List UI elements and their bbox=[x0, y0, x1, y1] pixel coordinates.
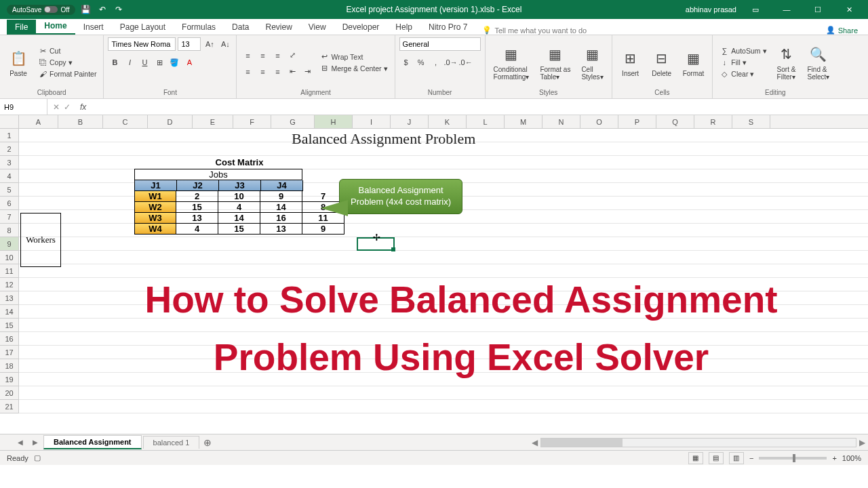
align-left-button[interactable]: ≡ bbox=[241, 65, 254, 79]
matrix-cell[interactable]: 9 bbox=[302, 224, 344, 235]
tab-view[interactable]: View bbox=[300, 20, 334, 35]
row-header[interactable]: 14 bbox=[0, 305, 18, 319]
col-Q[interactable]: Q bbox=[656, 115, 694, 128]
horizontal-scrollbar[interactable]: ◀ ▶ bbox=[529, 437, 868, 448]
zoom-slider[interactable] bbox=[759, 457, 827, 460]
job-header[interactable]: J3 bbox=[219, 180, 261, 191]
job-header[interactable]: J4 bbox=[261, 180, 303, 191]
undo-icon[interactable]: ↶ bbox=[97, 4, 108, 15]
tab-page-layout[interactable]: Page Layout bbox=[112, 20, 174, 35]
align-bottom-button[interactable]: ≡ bbox=[271, 49, 284, 62]
ribbon-collapse-icon[interactable]: ▭ bbox=[743, 1, 768, 18]
job-header[interactable]: J2 bbox=[177, 180, 219, 191]
autosum-button[interactable]: ∑AutoSum▾ bbox=[717, 45, 769, 56]
cancel-formula-icon[interactable]: ✕ bbox=[53, 102, 60, 112]
matrix-cell[interactable]: 4 bbox=[218, 202, 260, 213]
format-cells-button[interactable]: ▦Format bbox=[679, 47, 709, 79]
sheet-nav-next-icon[interactable]: ▶ bbox=[28, 439, 42, 446]
comma-button[interactable]: , bbox=[429, 56, 443, 69]
minimize-icon[interactable]: ― bbox=[774, 1, 799, 18]
font-color-button[interactable]: A bbox=[182, 56, 196, 69]
col-I[interactable]: I bbox=[353, 115, 391, 128]
underline-button[interactable]: U bbox=[138, 56, 151, 69]
matrix-cell[interactable]: 13 bbox=[176, 213, 218, 224]
col-E[interactable]: E bbox=[193, 115, 233, 128]
fx-icon[interactable]: fx bbox=[76, 102, 90, 112]
new-sheet-button[interactable]: ⊕ bbox=[201, 437, 214, 448]
tab-home[interactable]: Home bbox=[36, 18, 75, 35]
formula-input[interactable] bbox=[90, 99, 868, 115]
page-break-view-button[interactable]: ▥ bbox=[729, 452, 744, 464]
share-button[interactable]: 👤 Share bbox=[826, 26, 858, 35]
matrix-cell[interactable]: 10 bbox=[218, 191, 260, 202]
row-header[interactable]: 5 bbox=[0, 183, 18, 197]
tab-review[interactable]: Review bbox=[257, 20, 300, 35]
tab-data[interactable]: Data bbox=[224, 20, 257, 35]
row-header[interactable]: 10 bbox=[0, 251, 18, 264]
autosave-toggle[interactable]: AutoSave Off bbox=[7, 5, 75, 15]
col-K[interactable]: K bbox=[429, 115, 467, 128]
col-N[interactable]: N bbox=[542, 115, 580, 128]
worker-header[interactable]: W4 bbox=[134, 224, 176, 235]
row-header[interactable]: 15 bbox=[0, 319, 18, 332]
zoom-in-button[interactable]: + bbox=[832, 454, 836, 462]
col-O[interactable]: O bbox=[580, 115, 618, 128]
name-box[interactable]: H9 bbox=[0, 99, 47, 115]
col-L[interactable]: L bbox=[467, 115, 505, 128]
worker-header[interactable]: W3 bbox=[134, 213, 176, 224]
sheet-tab[interactable]: balanced 1 bbox=[143, 436, 200, 449]
col-P[interactable]: P bbox=[618, 115, 656, 128]
user-name[interactable]: abhinav prasad bbox=[686, 5, 736, 14]
row-header[interactable]: 18 bbox=[0, 359, 18, 373]
col-H[interactable]: H bbox=[315, 115, 353, 128]
format-as-table-button[interactable]: ▦Format asTable▾ bbox=[536, 43, 574, 82]
merge-center-button[interactable]: ⊟Merge & Center▾ bbox=[317, 63, 390, 74]
row-header[interactable]: 19 bbox=[0, 373, 18, 386]
row-header[interactable]: 3 bbox=[0, 156, 18, 169]
delete-cells-button[interactable]: ⊟Delete bbox=[648, 47, 676, 79]
decrease-indent-button[interactable]: ⇤ bbox=[285, 65, 299, 79]
tab-insert[interactable]: Insert bbox=[75, 20, 112, 35]
col-J[interactable]: J bbox=[391, 115, 429, 128]
clear-button[interactable]: ◇Clear▾ bbox=[717, 68, 769, 79]
font-size-combo[interactable]: 13 bbox=[178, 37, 201, 51]
tell-me-search[interactable]: 💡 Tell me what you want to do bbox=[482, 26, 587, 35]
worker-header[interactable]: W1 bbox=[134, 191, 176, 202]
row-header[interactable]: 8 bbox=[0, 224, 18, 237]
currency-button[interactable]: $ bbox=[399, 56, 413, 69]
maximize-icon[interactable]: ☐ bbox=[806, 1, 830, 18]
row-header[interactable]: 9 bbox=[0, 237, 18, 251]
callout-shape[interactable]: Balanced Assignment Problem (4x4 cost ma… bbox=[339, 179, 462, 214]
accept-formula-icon[interactable]: ✓ bbox=[64, 102, 71, 112]
fill-button[interactable]: ↓Fill▾ bbox=[717, 57, 769, 68]
matrix-cell[interactable]: 14 bbox=[260, 202, 302, 213]
row-header[interactable]: 13 bbox=[0, 291, 18, 305]
row-header[interactable]: 12 bbox=[0, 278, 18, 291]
matrix-cell[interactable]: 16 bbox=[260, 213, 302, 224]
col-S[interactable]: S bbox=[732, 115, 770, 128]
sheet-nav-prev-icon[interactable]: ◀ bbox=[14, 439, 27, 446]
decrease-decimal-button[interactable]: .0← bbox=[459, 56, 473, 69]
border-button[interactable]: ⊞ bbox=[153, 56, 166, 69]
tab-help[interactable]: Help bbox=[387, 20, 420, 35]
macro-record-icon[interactable]: ▢ bbox=[34, 453, 41, 462]
sheet-tab-active[interactable]: Balanced Assignment bbox=[43, 435, 142, 449]
matrix-cell[interactable]: 14 bbox=[218, 213, 260, 224]
col-B[interactable]: B bbox=[58, 115, 103, 128]
align-top-button[interactable]: ≡ bbox=[241, 49, 254, 62]
row-header[interactable]: 2 bbox=[0, 142, 18, 156]
number-format-combo[interactable]: General bbox=[399, 37, 481, 51]
tab-formulas[interactable]: Formulas bbox=[174, 20, 224, 35]
increase-indent-button[interactable]: ⇥ bbox=[300, 65, 314, 79]
close-icon[interactable]: ✕ bbox=[837, 1, 861, 18]
zoom-level[interactable]: 100% bbox=[842, 454, 861, 462]
increase-decimal-button[interactable]: .0→ bbox=[444, 56, 458, 69]
row-header[interactable]: 20 bbox=[0, 386, 18, 400]
save-icon[interactable]: 💾 bbox=[81, 4, 92, 15]
col-C[interactable]: C bbox=[103, 115, 148, 128]
percent-button[interactable]: % bbox=[414, 56, 428, 69]
align-middle-button[interactable]: ≡ bbox=[256, 49, 269, 62]
matrix-cell[interactable]: 13 bbox=[260, 224, 302, 235]
matrix-cell[interactable]: 9 bbox=[260, 191, 302, 202]
sort-filter-button[interactable]: ⇅Sort &Filter▾ bbox=[772, 43, 801, 82]
